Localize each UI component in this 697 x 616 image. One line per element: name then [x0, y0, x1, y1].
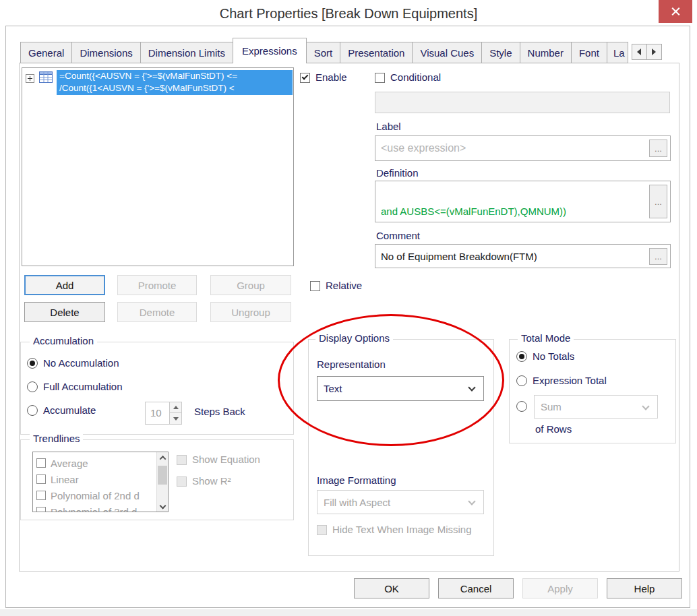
- tab-scroll-left-button[interactable]: [632, 44, 647, 60]
- demote-button: Demote: [117, 302, 197, 322]
- comment-browse-button[interactable]: ...: [649, 248, 667, 265]
- expand-plus-icon[interactable]: [26, 74, 34, 83]
- steps-back-value: 10: [150, 407, 162, 419]
- help-button[interactable]: Help: [607, 578, 682, 598]
- tab-layout-truncated[interactable]: La: [607, 42, 628, 63]
- representation-dropdown[interactable]: Text: [317, 376, 484, 401]
- relative-checkbox[interactable]: [310, 281, 320, 291]
- radio-accumulate[interactable]: [27, 405, 38, 416]
- hide-text-checkbox: [317, 525, 327, 535]
- label-browse-button[interactable]: ...: [649, 140, 667, 157]
- conditional-input: [375, 92, 670, 113]
- trendline-item[interactable]: Average: [36, 455, 88, 471]
- window-title: Chart Properties [Break Down Equipments]: [0, 6, 697, 22]
- tab-expressions[interactable]: Expressions: [233, 38, 307, 63]
- sum-value: Sum: [541, 401, 562, 412]
- hide-text-label: Hide Text When Image Missing: [332, 524, 471, 535]
- spinner-up-button[interactable]: [170, 402, 181, 413]
- tab-dimensions[interactable]: Dimensions: [71, 42, 140, 63]
- radio-expression-total[interactable]: [516, 375, 527, 386]
- tab-sort[interactable]: Sort: [306, 42, 341, 63]
- tab-scroll-left-icon: [637, 49, 641, 55]
- display-options-title: Display Options: [315, 332, 393, 344]
- scroll-up-button[interactable]: [157, 452, 168, 464]
- apply-button: Apply: [522, 578, 598, 598]
- enable-label: Enable: [315, 71, 347, 83]
- image-formatting-label: Image Formatting: [317, 474, 396, 486]
- tab-scroll-right-button[interactable]: [646, 44, 662, 60]
- trendline-item[interactable]: Linear: [36, 471, 79, 487]
- label-input[interactable]: <use expression>: [375, 135, 671, 161]
- enable-checkbox[interactable]: [300, 73, 310, 83]
- chevron-down-icon: [468, 497, 475, 505]
- radio-dot-icon: [519, 354, 524, 359]
- trendline-checkbox[interactable]: [36, 491, 46, 500]
- show-equation-checkbox: [177, 455, 187, 465]
- tab-style[interactable]: Style: [481, 42, 520, 63]
- radio-sum-of-rows[interactable]: [516, 401, 527, 412]
- trendline-label: Polynomial of 3rd d: [51, 506, 137, 513]
- definition-text: and AUSBS<=(vMalFunEnDT),QMNUM)): [381, 206, 566, 217]
- tab-general[interactable]: General: [20, 42, 72, 63]
- comment-input[interactable]: No of Equipment Breakdown(FTM): [375, 244, 671, 268]
- tab-font[interactable]: Font: [571, 42, 607, 63]
- image-formatting-dropdown: Fill with Aspect: [317, 490, 484, 514]
- delete-button[interactable]: Delete: [24, 302, 105, 322]
- trendline-item[interactable]: Polynomial of 3rd d: [36, 503, 137, 512]
- scroll-down-icon: [159, 503, 166, 510]
- no-totals-label: No Totals: [533, 350, 574, 362]
- trendlines-listbox[interactable]: Average Linear Polynomial of 2nd d Polyn…: [32, 452, 169, 512]
- tab-strip: General Dimensions Dimension Limits Expr…: [20, 38, 662, 63]
- ungroup-button: Ungroup: [210, 302, 291, 322]
- total-mode-title: Total Mode: [518, 332, 574, 344]
- tab-number[interactable]: Number: [520, 42, 572, 63]
- expression-line-2: /Count({1<AUSVN = {'>=$(vMalFunStDT) <: [59, 82, 293, 94]
- tab-presentation[interactable]: Presentation: [340, 42, 413, 63]
- definition-browse-button[interactable]: ...: [649, 185, 667, 218]
- radio-no-totals[interactable]: [516, 351, 527, 362]
- accumulation-title: Accumulation: [30, 335, 97, 346]
- trendline-checkbox[interactable]: [36, 507, 46, 512]
- relative-label: Relative: [326, 280, 362, 291]
- scroll-up-icon: [159, 456, 166, 462]
- radio-full-accumulation[interactable]: [27, 381, 38, 392]
- spinner-up-icon: [173, 406, 179, 409]
- comment-text: No of Equipment Breakdown(FTM): [381, 251, 537, 262]
- expression-line-1: =Count({<AUSVN = {'>=$(vMalFunStDT) <=: [59, 70, 293, 82]
- scrollbar-thumb[interactable]: [158, 466, 167, 485]
- trendlines-scrollbar[interactable]: [156, 452, 168, 512]
- radio-no-accumulation[interactable]: [27, 358, 38, 369]
- full-accumulation-label: Full Accumulation: [43, 381, 123, 392]
- show-r2-checkbox: [177, 476, 187, 487]
- conditional-label: Conditional: [390, 71, 441, 83]
- table-icon: [39, 71, 53, 83]
- trendline-checkbox[interactable]: [36, 474, 46, 484]
- definition-input[interactable]: and AUSBS<=(vMalFunEnDT),QMNUM)): [375, 181, 671, 222]
- tab-dimension-limits[interactable]: Dimension Limits: [140, 42, 233, 63]
- expression-listbox[interactable]: [22, 67, 294, 266]
- add-button[interactable]: Add: [24, 275, 105, 295]
- label-placeholder: <use expression>: [381, 142, 466, 154]
- sum-dropdown: Sum: [534, 395, 658, 419]
- comment-heading: Comment: [376, 230, 420, 241]
- ok-button[interactable]: OK: [354, 578, 429, 598]
- steps-back-stepper[interactable]: 10: [145, 402, 182, 425]
- selected-expression-row[interactable]: =Count({<AUSVN = {'>=$(vMalFunStDT) <= /…: [57, 70, 293, 95]
- spinner-down-button[interactable]: [170, 413, 181, 424]
- spinner-down-icon: [173, 417, 179, 421]
- trendline-label: Polynomial of 2nd d: [51, 490, 140, 501]
- steps-back-label: Steps Back: [194, 406, 245, 417]
- trendline-label: Linear: [51, 474, 79, 485]
- window-bottom-edge: [0, 609, 697, 616]
- conditional-checkbox[interactable]: [375, 73, 385, 83]
- trendline-checkbox[interactable]: [36, 458, 46, 468]
- representation-label: Representation: [317, 359, 386, 370]
- image-formatting-value: Fill with Aspect: [324, 497, 390, 508]
- trendline-item[interactable]: Polynomial of 2nd d: [36, 487, 140, 503]
- group-button: Group: [210, 275, 291, 295]
- tab-visual-cues[interactable]: Visual Cues: [412, 42, 482, 63]
- close-button[interactable]: [659, 0, 692, 23]
- accumulate-label: Accumulate: [43, 404, 96, 416]
- cancel-button[interactable]: Cancel: [438, 578, 514, 598]
- scroll-down-button[interactable]: [157, 500, 168, 512]
